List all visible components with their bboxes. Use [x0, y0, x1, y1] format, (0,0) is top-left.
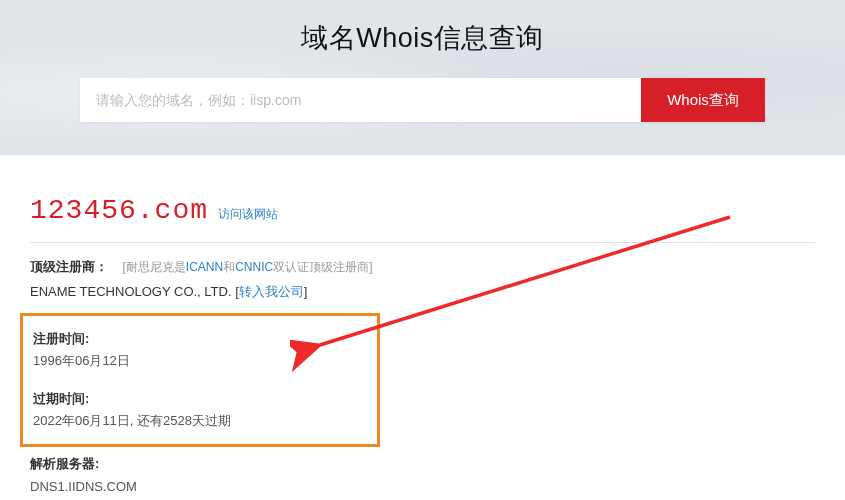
dates-highlight-box: 注册时间: 1996年06月12日 过期时间: 2022年06月11日, 还有2…: [20, 313, 380, 447]
whois-search-button[interactable]: Whois查询: [641, 78, 765, 122]
expiration-date-label: 过期时间:: [33, 390, 367, 408]
icann-link[interactable]: ICANN: [186, 260, 223, 274]
registrar-row: 顶级注册商： [耐思尼克是ICANN和CNNIC双认证顶级注册商]: [30, 257, 815, 278]
domain-name: 123456.com: [30, 195, 208, 226]
dns-label: 解析服务器:: [30, 455, 815, 473]
dns-item: DNS2.IIDNS.COM: [30, 496, 815, 500]
page-title: 域名Whois信息查询: [0, 20, 845, 56]
registrar-company-close: ]: [304, 284, 308, 299]
domain-line: 123456.com 访问该网站: [30, 195, 815, 226]
expiration-date-group: 过期时间: 2022年06月11日, 还有2528天过期: [33, 390, 367, 430]
registrar-company-row: ENAME TECHNOLOGY CO., LTD. [转入我公司]: [30, 282, 815, 303]
search-bar: Whois查询: [80, 78, 765, 122]
registrar-company: ENAME TECHNOLOGY CO., LTD. [: [30, 284, 239, 299]
cnnic-link[interactable]: CNNIC: [235, 260, 273, 274]
dns-block: 解析服务器: DNS1.IIDNS.COM DNS2.IIDNS.COM DNS…: [30, 455, 815, 500]
registrar-note: [耐思尼克是ICANN和CNNIC双认证顶级注册商]: [122, 260, 372, 274]
note-and: 和: [223, 260, 235, 274]
result-content: 123456.com 访问该网站 顶级注册商： [耐思尼克是ICANN和CNNI…: [0, 155, 845, 500]
registration-date-value: 1996年06月12日: [33, 352, 367, 370]
expiration-date-value: 2022年06月11日, 还有2528天过期: [33, 412, 367, 430]
transfer-link[interactable]: 转入我公司: [239, 284, 304, 299]
note-suffix: 双认证顶级注册商]: [273, 260, 372, 274]
hero-section: 域名Whois信息查询 Whois查询: [0, 0, 845, 155]
registrar-label: 顶级注册商：: [30, 259, 108, 274]
note-prefix: [耐思尼克是: [122, 260, 185, 274]
dns-item: DNS1.IIDNS.COM: [30, 477, 815, 497]
registration-date-label: 注册时间:: [33, 330, 367, 348]
divider: [30, 242, 815, 243]
registration-date-group: 注册时间: 1996年06月12日: [33, 330, 367, 370]
domain-input[interactable]: [80, 78, 641, 122]
visit-site-link[interactable]: 访问该网站: [218, 206, 278, 223]
